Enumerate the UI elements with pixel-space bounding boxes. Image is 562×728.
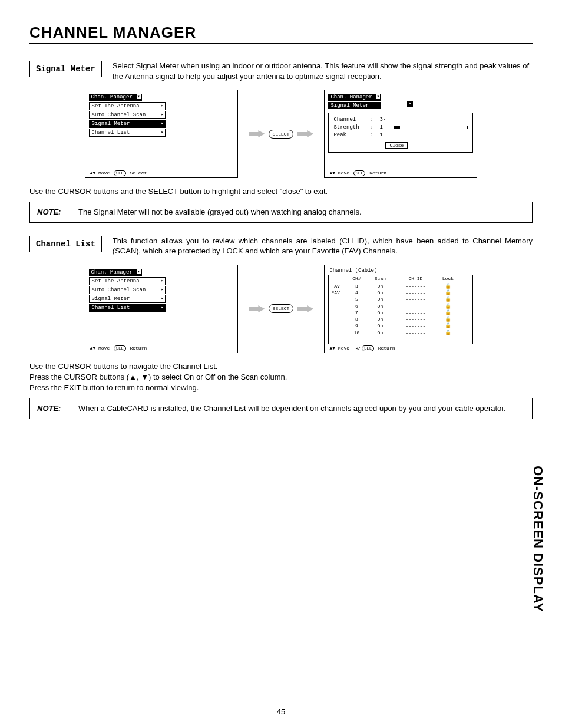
signal-meter-label: Signal Meter xyxy=(29,61,102,77)
lock-icon: 🔒 xyxy=(436,304,459,310)
menu-item[interactable]: Auto Channel Scan▸ xyxy=(89,111,166,119)
submenu-arrow-icon: ▸ xyxy=(161,103,163,108)
menu-item[interactable]: Signal Meter▸ xyxy=(89,120,166,128)
select-button[interactable]: SELECT xyxy=(269,304,294,313)
table-row[interactable]: FAV4On-------🔒 xyxy=(331,290,470,297)
table-row[interactable]: FAV3On-------🔒 xyxy=(331,284,470,290)
dropdown-arrow-icon: ▾ xyxy=(137,94,141,99)
updown-icon: ▲▼ xyxy=(329,345,335,351)
channel-list-description: This function allows you to review which… xyxy=(113,236,533,256)
lock-icon: 🔒 xyxy=(436,310,459,317)
osd-result-sub: Signal Meter xyxy=(328,102,381,109)
table-row[interactable]: 10On-------🔒 xyxy=(331,330,470,337)
row-peak: Peak:1 xyxy=(333,132,468,138)
sel-key-icon: SEL xyxy=(114,345,126,351)
menu-item[interactable]: Channel List▸ xyxy=(89,129,166,137)
row-channel: Channel:3- xyxy=(333,117,468,123)
submenu-arrow-icon: ▸ xyxy=(161,305,163,309)
channel-list-label: Channel List xyxy=(29,236,102,252)
table-row[interactable]: 8On-------🔒 xyxy=(331,317,470,323)
submenu-arrow-icon: ▸ xyxy=(161,287,163,292)
menu-item[interactable]: Set The Antenna▸ xyxy=(89,277,166,285)
table-row[interactable]: 7On-------🔒 xyxy=(331,310,470,317)
channel-list-figure: Chan. Manager▾ Set The Antenna▸Auto Chan… xyxy=(29,265,533,353)
arrow-step: SELECT xyxy=(249,130,314,139)
signal-meter-description: Select Signal Meter when using an indoor… xyxy=(113,61,533,81)
osd-channel-list-panel: Channel (Cable) CH# Scan CH ID Lock FAV3… xyxy=(324,265,477,353)
note-text: When a CableCARD is installed, the Chann… xyxy=(78,403,506,414)
updown-icon: ▲▼ xyxy=(90,170,96,176)
close-button[interactable]: Close xyxy=(385,142,408,149)
osd-footer: ▲▼ Move SEL Return xyxy=(89,344,234,351)
dropdown-arrow-icon: ▾ xyxy=(137,269,141,274)
note-label: NOTE: xyxy=(37,403,78,414)
arrow-step: SELECT xyxy=(249,304,314,313)
submenu-arrow-icon xyxy=(407,101,413,107)
osd-result-title: Chan. Manager▾ xyxy=(328,94,381,101)
channel-list-instructions: Use the CURSOR buttons to navigate the C… xyxy=(29,361,533,394)
arrow-right-icon xyxy=(249,305,265,312)
table-row[interactable]: 9On-------🔒 xyxy=(331,323,470,330)
submenu-arrow-icon: ▸ xyxy=(161,121,163,126)
submenu-arrow-icon: ▸ xyxy=(161,130,163,134)
osd-footer: ▲▼ Move ◂/SEL Return xyxy=(328,344,473,351)
osd-menu-title: Chan. Manager▾ xyxy=(89,94,142,101)
row-strength: Strength:1 xyxy=(333,124,468,130)
select-button[interactable]: SELECT xyxy=(269,130,294,139)
signal-meter-instructions: Use the CURSOR buttons and the SELECT bu… xyxy=(29,186,533,197)
note-text: The Signal Meter will not be available (… xyxy=(78,207,362,218)
lock-icon: 🔒 xyxy=(436,317,459,323)
menu-item[interactable]: Auto Channel Scan▸ xyxy=(89,286,166,294)
table-header: CH# Scan CH ID Lock xyxy=(329,275,472,282)
lock-icon: 🔒 xyxy=(436,323,459,330)
osd-footer: ▲▼ Move SEL Select xyxy=(89,169,234,176)
section-signal-meter: Signal Meter Select Signal Meter when us… xyxy=(29,61,533,223)
page-title: CHANNEL MANAGER xyxy=(29,24,533,44)
updown-icon: ▲▼ xyxy=(329,170,335,176)
channel-table-title: Channel (Cable) xyxy=(328,268,473,275)
channel-list-note: NOTE: When a CableCARD is installed, the… xyxy=(29,398,533,419)
note-label: NOTE: xyxy=(37,207,78,218)
arrow-right-icon xyxy=(249,130,265,137)
submenu-arrow-icon: ▸ xyxy=(161,112,163,117)
table-row[interactable]: 6On-------🔒 xyxy=(331,304,470,310)
dropdown-arrow-icon: ▾ xyxy=(376,94,381,99)
osd-footer: ▲▼ Move SEL Return xyxy=(328,169,473,176)
signal-meter-figure: Chan. Manager▾ Set The Antenna▸Auto Chan… xyxy=(29,90,533,178)
osd-menu-title: Chan. Manager▾ xyxy=(89,269,142,276)
sel-key-icon: SEL xyxy=(353,170,366,176)
updown-icon: ▲▼ xyxy=(90,345,96,351)
submenu-arrow-icon: ▸ xyxy=(161,278,163,283)
signal-meter-note: NOTE: The Signal Meter will not be avail… xyxy=(29,202,533,223)
sel-key-icon: SEL xyxy=(114,170,126,176)
side-label: ON-SCREEN DISPLAY xyxy=(530,466,546,612)
menu-item[interactable]: Set The Antenna▸ xyxy=(89,102,166,110)
lock-icon: 🔒 xyxy=(436,284,459,290)
menu-item[interactable]: Channel List▸ xyxy=(89,304,166,312)
page-number: 45 xyxy=(0,707,562,716)
arrow-right-icon xyxy=(297,305,313,312)
submenu-arrow-icon: ▸ xyxy=(161,296,163,301)
arrow-right-icon xyxy=(297,130,313,137)
lock-icon: 🔒 xyxy=(436,297,459,303)
osd-menu-left: Chan. Manager▾ Set The Antenna▸Auto Chan… xyxy=(85,90,238,178)
lock-icon: 🔒 xyxy=(436,290,459,297)
osd-menu-left: Chan. Manager▾ Set The Antenna▸Auto Chan… xyxy=(85,265,238,353)
table-row[interactable]: 5On-------🔒 xyxy=(331,297,470,303)
osd-signal-meter-panel: Chan. Manager▾ Signal Meter Channel:3- S… xyxy=(324,90,477,178)
section-channel-list: Channel List This function allows you to… xyxy=(29,236,533,419)
lock-icon: 🔒 xyxy=(436,330,459,337)
sel-key-icon: SEL xyxy=(362,345,374,351)
menu-item[interactable]: Signal Meter▸ xyxy=(89,295,166,303)
strength-bar xyxy=(394,126,468,129)
